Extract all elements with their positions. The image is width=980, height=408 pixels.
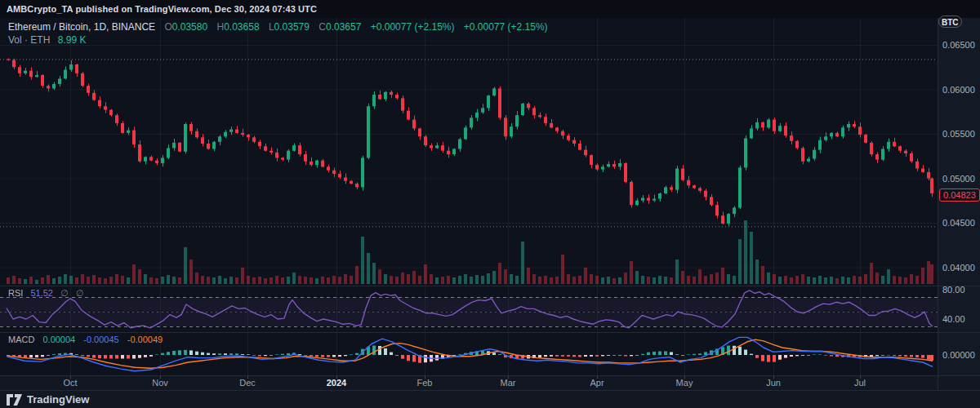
footer-bar: TradingView: [0, 390, 980, 408]
month-label: 2024: [320, 378, 353, 388]
tradingview-logo-icon[interactable]: [7, 394, 22, 406]
tradingview-snapshot: AMBCrypto_TA published on TradingView.co…: [0, 0, 980, 408]
price-tick-label: 0.04500: [942, 217, 975, 228]
rsi-value: 51.52: [30, 288, 53, 298]
change-absolute: +0.00077 (+2.15%): [371, 21, 455, 33]
month-label: Feb: [408, 378, 441, 388]
month-label: Jul: [844, 378, 876, 388]
month-label: Jun: [757, 378, 790, 388]
tradingview-brand-text[interactable]: TradingView: [27, 393, 89, 406]
price-tick-label: 0.04000: [942, 262, 975, 273]
month-label: Mar: [492, 378, 524, 388]
currency-toggle-button[interactable]: BTC: [938, 16, 962, 28]
month-label: Dec: [231, 378, 264, 388]
month-label: Nov: [144, 378, 176, 388]
volume-value: 8.99 K: [58, 34, 87, 46]
chart-canvas[interactable]: [0, 0, 980, 408]
macd-label: MACD: [8, 335, 34, 344]
macd-signal-value: -0.00049: [127, 335, 163, 344]
rsi-tick-label: 80.00: [942, 284, 965, 295]
volume-header[interactable]: Vol · ETH 8.99 K: [8, 34, 86, 46]
price-tick-label: 0.05500: [942, 128, 975, 140]
low-label: L: [269, 21, 274, 33]
open-value: 0.03580: [172, 21, 207, 33]
close-label: C: [318, 21, 326, 33]
open-label: O: [164, 21, 172, 33]
macd-indicator-title[interactable]: MACD 0.00004 -0.00045 -0.00049: [8, 335, 163, 344]
low-value: 0.03579: [274, 21, 310, 33]
month-label: Apr: [581, 378, 613, 388]
rsi-indicator-title[interactable]: RSI 51.52 ∅ ∅: [8, 288, 86, 299]
symbol-header[interactable]: Ethereum / Bitcoin, 1D, BINANCE O0.03580…: [8, 21, 548, 33]
month-label: May: [668, 378, 701, 388]
rsi-label: RSI: [8, 288, 23, 298]
volume-label: Vol · ETH: [8, 34, 50, 46]
high-value: 0.03658: [224, 21, 259, 33]
last-price-tag: 0.04823: [939, 188, 980, 202]
month-label: Oct: [54, 378, 87, 388]
change-percent: +0.00077 (+2.15%): [464, 21, 548, 33]
macd-tick-label: 0.00000: [942, 349, 975, 361]
macd-histogram-value: 0.00004: [42, 335, 75, 344]
high-label: H: [217, 21, 225, 33]
price-tick-label: 0.05000: [942, 173, 975, 184]
price-tick-label: 0.06500: [942, 39, 975, 51]
symbol-title: Ethereum / Bitcoin, 1D, BINANCE: [8, 21, 155, 33]
price-tick-label: 0.06000: [942, 84, 975, 95]
macd-line-value: -0.00045: [83, 335, 118, 344]
close-value: 0.03657: [326, 21, 361, 33]
rsi-tick-label: 40.00: [942, 313, 965, 325]
rsi-hidden-values: ∅ ∅: [60, 288, 86, 298]
